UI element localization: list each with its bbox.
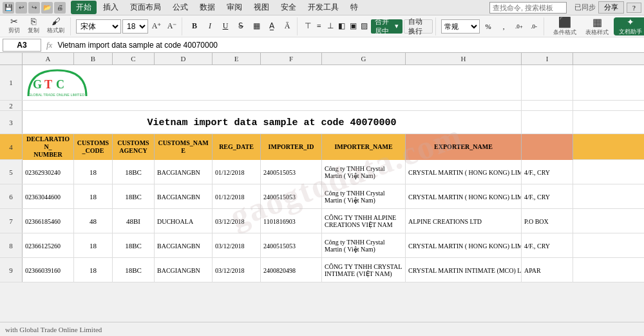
cell-importer-id-2[interactable]: 2400515053 <box>261 184 322 209</box>
cell-declaration-1[interactable]: 02362930240 <box>23 160 74 184</box>
share-button[interactable]: 分享 <box>598 1 624 14</box>
menu-developer[interactable]: 开发工具 <box>303 1 344 14</box>
number-format-select[interactable]: 常规 <box>441 19 480 34</box>
cell-extra-2[interactable]: 4/F., CRY <box>522 184 573 209</box>
redo-icon[interactable]: ↪ <box>28 2 40 14</box>
cell-importer-name-3[interactable]: CÔNG TY TNHH ALPINE CREATIONS VIỆT NAM <box>322 209 406 233</box>
italic-button[interactable]: I <box>203 19 217 34</box>
menu-review[interactable]: 审阅 <box>222 1 247 14</box>
menu-special[interactable]: 特 <box>345 1 363 14</box>
cell-importer-name-1[interactable]: Công ty TNHH Crystal Martin ( Việt Nam) <box>322 160 406 184</box>
cell-exporter-name-5[interactable]: CRYSTAL MARTIN INTIMATE (MCO) LIMITED <box>406 258 522 282</box>
col-header-f[interactable]: F <box>261 53 322 64</box>
cell-i1[interactable] <box>522 65 573 101</box>
menu-formula[interactable]: 公式 <box>167 1 193 14</box>
cell-exporter-name-2[interactable]: CRYSTAL MARTIN ( HONG KONG) LIMITED <box>406 184 522 209</box>
cell-reg-date-1[interactable]: 01/12/2018 <box>213 160 261 184</box>
align-top-button[interactable]: ⊤ <box>303 19 313 34</box>
cell-declaration-4[interactable]: 02366125260 <box>23 233 74 258</box>
strikethrough-button[interactable]: S̶ <box>234 19 248 34</box>
decimal-inc-button[interactable]: .0+ <box>512 19 526 34</box>
undo-icon[interactable]: ↩ <box>15 2 27 14</box>
cell-importer-id-4[interactable]: 2400515053 <box>261 233 322 258</box>
copy-button[interactable]: ⎘ 复制 <box>24 16 43 36</box>
cell-importer-name-2[interactable]: Công ty TNHH Crystal Martin ( Việt Nam) <box>322 184 406 209</box>
cell-customs-name-2[interactable]: BACGIANGBN <box>155 184 213 209</box>
cell-importer-name-4[interactable]: Công ty TNHH Crystal Martin ( Việt Nam) <box>322 233 406 258</box>
underline-button[interactable]: U <box>218 19 232 34</box>
cell-extra-1[interactable]: 4/F., CRY <box>522 160 573 184</box>
cell-customs-name-5[interactable]: BACGIANGBN <box>155 258 213 282</box>
doc-assist-button[interactable]: ✦ 文档助手 <box>614 17 644 35</box>
menu-page-layout[interactable]: 页面布局 <box>125 1 166 14</box>
cell-reg-date-5[interactable]: 03/12/2018 <box>213 258 261 282</box>
search-input[interactable] <box>489 2 567 14</box>
cell-reg-date-3[interactable]: 03/12/2018 <box>213 209 261 233</box>
cell-reg-date-4[interactable]: 03/12/2018 <box>213 233 261 258</box>
align-bottom-button[interactable]: ⊥ <box>325 19 336 34</box>
shrink-font-button[interactable]: A⁻ <box>165 19 179 34</box>
cell-exporter-name-4[interactable]: CRYSTAL MARTIN ( HONG KONG) LIMITED <box>406 233 522 258</box>
cell-extra-5[interactable]: APAR <box>522 258 573 282</box>
col-header-h[interactable]: H <box>406 53 522 64</box>
font-size-select[interactable]: 18 <box>122 19 148 34</box>
align-left-button[interactable]: ◧ <box>337 19 347 34</box>
decimal-dec-button[interactable]: .0- <box>527 19 541 34</box>
formula-input[interactable] <box>57 41 641 50</box>
cell-exporter-name-3[interactable]: ALPINE CREATIONS LTD <box>406 209 522 233</box>
cell-customs-code-5[interactable]: 18 <box>74 258 113 282</box>
merge-center-button[interactable]: 合并居中 ▾ <box>371 19 402 34</box>
cell-customs-code-1[interactable]: 18 <box>74 160 113 184</box>
menu-security[interactable]: 安全 <box>276 1 301 14</box>
border-button[interactable]: ▦ <box>249 19 263 34</box>
col-header-b[interactable]: B <box>74 53 113 64</box>
cell-reference-input[interactable] <box>3 39 41 52</box>
save-icon[interactable]: 💾 <box>3 2 14 14</box>
cell-customs-code-3[interactable]: 48 <box>74 209 113 233</box>
col-header-e[interactable]: E <box>213 53 261 64</box>
title-cell[interactable]: Vietnam import data sample at code 40070… <box>23 111 522 134</box>
cell-customs-agency-2[interactable]: 18BC <box>113 184 155 209</box>
grow-font-button[interactable]: A⁺ <box>149 19 164 34</box>
cell-customs-name-3[interactable]: DUCHOALA <box>155 209 213 233</box>
cell-customs-name-4[interactable]: BACGIANGBN <box>155 233 213 258</box>
align-right-button[interactable]: ▨ <box>359 19 370 34</box>
cell-customs-agency-1[interactable]: 18BC <box>113 160 155 184</box>
cell-reg-date-2[interactable]: 01/12/2018 <box>213 184 261 209</box>
cell-importer-id-5[interactable]: 2400820498 <box>261 258 322 282</box>
cut-button[interactable]: ✂ 剪切 <box>5 16 23 36</box>
menu-data[interactable]: 数据 <box>194 1 220 14</box>
open-icon[interactable]: 📂 <box>41 2 53 14</box>
cell-declaration-2[interactable]: 02363044600 <box>23 184 74 209</box>
cell-declaration-3[interactable]: 02366185460 <box>23 209 74 233</box>
fill-color-button[interactable]: A̲ <box>265 19 279 34</box>
align-center-button[interactable]: ▣ <box>348 19 359 34</box>
menu-view[interactable]: 视图 <box>249 1 274 14</box>
comma-button[interactable]: , <box>497 19 511 34</box>
cell-a2[interactable] <box>23 101 522 110</box>
conditional-format-button[interactable]: ⬛ 条件格式 <box>549 17 580 35</box>
bold-button[interactable]: B <box>187 19 202 34</box>
cell-importer-name-5[interactable]: CÔNG TY TNHH CRYSTAL INTIMATE (VIỆT NAM) <box>322 258 406 282</box>
col-header-c[interactable]: C <box>113 53 155 64</box>
cell-customs-code-4[interactable]: 18 <box>74 233 113 258</box>
cell-customs-agency-5[interactable]: 18BC <box>113 258 155 282</box>
col-header-d[interactable]: D <box>155 53 213 64</box>
menu-start[interactable]: 开始 <box>71 1 97 14</box>
help-button[interactable]: ? <box>627 3 641 13</box>
cell-extra-4[interactable]: 4/F., CRY <box>522 233 573 258</box>
wrap-text-button[interactable]: 自动换行 <box>404 19 433 34</box>
format-painter-button[interactable]: 🖌 格式刷 <box>44 16 68 36</box>
col-header-g[interactable]: G <box>322 53 406 64</box>
cell-declaration-5[interactable]: 02366039160 <box>23 258 74 282</box>
print-icon[interactable]: 🖨 <box>54 2 66 14</box>
menu-insert[interactable]: 插入 <box>98 1 124 14</box>
col-header-i[interactable]: I <box>522 53 573 64</box>
cell-customs-agency-4[interactable]: 18BC <box>113 233 155 258</box>
cell-importer-id-1[interactable]: 2400515053 <box>261 160 322 184</box>
align-middle-button[interactable]: ≡ <box>314 19 325 34</box>
cell-extra-3[interactable]: P.O BOX <box>522 209 573 233</box>
font-color-button[interactable]: Ā <box>280 19 294 34</box>
cell-customs-name-1[interactable]: BACGIANGBN <box>155 160 213 184</box>
cell-exporter-name-1[interactable]: CRYSTAL MARTIN ( HONG KONG) LIMITED <box>406 160 522 184</box>
